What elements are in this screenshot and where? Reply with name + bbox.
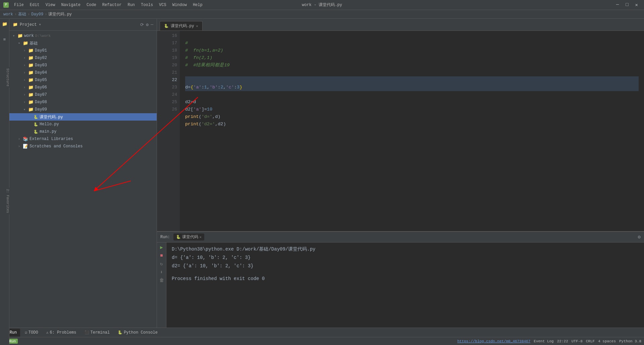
folder-icon: 📁 bbox=[28, 107, 34, 112]
run-tab[interactable]: 🐍 课堂代码 ✕ bbox=[173, 233, 204, 240]
titlebar: P File Edit View Navigate Code Refactor … bbox=[0, 0, 644, 10]
folder-icon: 📁 bbox=[17, 33, 23, 39]
python-file-icon: 🐍 bbox=[34, 122, 38, 127]
menu-refactor[interactable]: Refactor bbox=[100, 2, 124, 8]
tree-item-work[interactable]: ▾ 📁 work D:\work bbox=[9, 32, 157, 40]
editor-tab-label: 课堂代码.py bbox=[171, 23, 194, 29]
chevron-right-icon: › bbox=[18, 145, 23, 148]
breadcrumb-day09[interactable]: Day09 bbox=[31, 12, 43, 17]
tab-terminal-label: Terminal bbox=[91, 330, 110, 335]
tab-python-console-label: Python Console bbox=[124, 330, 158, 335]
tree-item-class-code[interactable]: 🐍 课堂代码.py bbox=[9, 113, 157, 121]
tree-item-day01[interactable]: › 📁 Day01 bbox=[9, 47, 157, 54]
statusbar-indent[interactable]: 4 spaces bbox=[598, 339, 616, 343]
breadcrumb-jc[interactable]: 基础 bbox=[18, 11, 26, 17]
menu-code[interactable]: Code bbox=[84, 2, 99, 8]
window-controls[interactable]: ─ □ ✕ bbox=[613, 1, 641, 8]
close-button[interactable]: ✕ bbox=[633, 1, 641, 8]
tab-problems[interactable]: ⚠ 6: Problems bbox=[43, 329, 80, 337]
tree-item-day06[interactable]: › 📁 Day06 bbox=[9, 84, 157, 91]
right-panel: 🐍 课堂代码.py ✕ ▲ 11 ✕ 1 16 17 bbox=[157, 19, 644, 345]
settings-gear-icon[interactable]: ⚙ bbox=[638, 234, 641, 240]
folder-icon: 📁 bbox=[28, 92, 34, 97]
breadcrumb-file[interactable]: 课堂代码.py bbox=[48, 11, 72, 17]
statusbar-encoding[interactable]: UTF-8 bbox=[572, 339, 583, 343]
structure-icon[interactable]: ≡ bbox=[1, 36, 9, 44]
editor-tab-class-code[interactable]: 🐍 课堂代码.py ✕ bbox=[160, 21, 203, 30]
project-header-actions: ⟳ ⚙ — bbox=[140, 22, 153, 27]
line-numbers: 16 17 18 19 20 21 22 23 24 25 26 bbox=[162, 31, 180, 231]
menu-edit[interactable]: Edit bbox=[27, 2, 42, 8]
tree-item-day02[interactable]: › 📁 Day02 bbox=[9, 54, 157, 62]
run-scroll-to-end-button[interactable]: ⬇ bbox=[158, 269, 165, 276]
menu-help[interactable]: Help bbox=[190, 2, 205, 8]
tree-item-day08[interactable]: › 📁 Day08 bbox=[9, 98, 157, 106]
bottom-tabs: ▶ Run ☑ TODO ⚠ 6: Problems ⬛ Terminal 🐍 … bbox=[0, 328, 644, 337]
chevron-right-icon: › bbox=[23, 64, 28, 67]
tab-python-console[interactable]: 🐍 Python Console bbox=[114, 329, 161, 337]
collapse-icon[interactable]: — bbox=[151, 22, 153, 27]
python-icon: 🐍 bbox=[176, 235, 181, 239]
run-clear-button[interactable]: 🗑 bbox=[158, 277, 165, 284]
tree-label-work: work bbox=[24, 33, 34, 38]
tree-label-day02: Day02 bbox=[35, 56, 47, 60]
folder-icon: 📁 bbox=[28, 99, 34, 105]
chevron-down-icon: ▾ bbox=[23, 108, 28, 112]
settings-icon[interactable]: ⚙ bbox=[146, 22, 149, 27]
tree-item-day04[interactable]: › 📁 Day04 bbox=[9, 69, 157, 76]
tab-todo[interactable]: ☑ TODO bbox=[21, 329, 41, 337]
tab-terminal[interactable]: ⬛ Terminal bbox=[81, 329, 113, 337]
menu-window[interactable]: Window bbox=[170, 2, 190, 8]
tree-item-scratches[interactable]: › 📝 Scratches and Consoles bbox=[9, 143, 157, 150]
chevron-right-icon: › bbox=[23, 93, 28, 97]
titlebar-left: P File Edit View Navigate Code Refactor … bbox=[3, 2, 205, 8]
close-tab-icon[interactable]: ✕ bbox=[196, 24, 198, 28]
minimize-button[interactable]: ─ bbox=[613, 1, 622, 8]
tree-item-day03[interactable]: › 📁 Day03 bbox=[9, 62, 157, 69]
folder-icon: 📁 bbox=[28, 48, 34, 53]
statusbar-python[interactable]: Python 3.8 bbox=[619, 339, 641, 343]
menu-tools[interactable]: Tools bbox=[138, 2, 156, 8]
structure-label: Structure bbox=[0, 67, 9, 88]
menu-file[interactable]: File bbox=[11, 2, 26, 8]
menu-navigate[interactable]: Navigate bbox=[58, 2, 83, 8]
menu-view[interactable]: View bbox=[43, 2, 58, 8]
menu-vcs[interactable]: VCS bbox=[156, 2, 169, 8]
run-rerun-button[interactable]: ↻ bbox=[158, 260, 165, 267]
menu-run[interactable]: Run bbox=[125, 2, 138, 8]
tree-item-hello[interactable]: 🐍 Hello.py bbox=[9, 121, 157, 128]
tree-item-jc[interactable]: ▾ 📁 基础 bbox=[9, 40, 157, 47]
tree-item-ext-libs[interactable]: › 📚 External Libraries bbox=[9, 135, 157, 143]
sync-icon[interactable]: ⟳ bbox=[140, 22, 144, 27]
folder-icon: 📁 bbox=[28, 70, 34, 75]
breadcrumb-work[interactable]: work bbox=[3, 12, 13, 17]
tree-label-scratches: Scratches and Consoles bbox=[30, 144, 83, 149]
tree-item-day07[interactable]: › 📁 Day07 bbox=[9, 91, 157, 98]
statusbar: ▶ Run https://blog.csdn.net/m0_46738467 … bbox=[0, 337, 644, 345]
statusbar-line-ending[interactable]: CRLF bbox=[586, 339, 595, 343]
tree-item-day09[interactable]: ▾ 📁 Day09 bbox=[9, 106, 157, 113]
project-icon[interactable]: 📁 bbox=[1, 20, 9, 28]
tree-path-work: D:\work bbox=[35, 34, 51, 38]
code-content[interactable]: # # fn(b=1,a=2) # fn(2,1) # #结果相同都是19 d=… bbox=[180, 31, 644, 231]
tab-problems-label: 6: Problems bbox=[50, 330, 76, 335]
run-tab-label: 课堂代码 bbox=[182, 234, 198, 240]
tree-item-day05[interactable]: › 📁 Day05 bbox=[9, 76, 157, 84]
statusbar-link[interactable]: https://blog.csdn.net/m0_46738467 bbox=[457, 339, 530, 343]
chevron-down-icon: ▾ bbox=[18, 41, 23, 45]
tab-todo-label: TODO bbox=[29, 330, 38, 335]
project-title: Project bbox=[20, 22, 37, 27]
menubar[interactable]: File Edit View Navigate Code Refactor Ru… bbox=[11, 2, 205, 8]
statusbar-position[interactable]: 22:22 bbox=[557, 339, 568, 343]
close-run-tab-icon[interactable]: ✕ bbox=[200, 235, 202, 239]
python-console-icon: 🐍 bbox=[118, 330, 122, 335]
project-dropdown-icon[interactable]: ▾ bbox=[39, 22, 41, 27]
tree-item-main[interactable]: 🐍 main.py bbox=[9, 128, 157, 135]
problems-icon: ⚠ bbox=[46, 330, 49, 335]
run-stop-button[interactable]: ■ bbox=[158, 252, 165, 259]
statusbar-event-log[interactable]: Event Log bbox=[534, 339, 553, 343]
run-play-button[interactable]: ▶ bbox=[158, 244, 165, 251]
tree-label-jc: 基础 bbox=[30, 41, 38, 46]
maximize-button[interactable]: □ bbox=[623, 1, 631, 8]
chevron-down-icon: ▾ bbox=[13, 34, 17, 38]
